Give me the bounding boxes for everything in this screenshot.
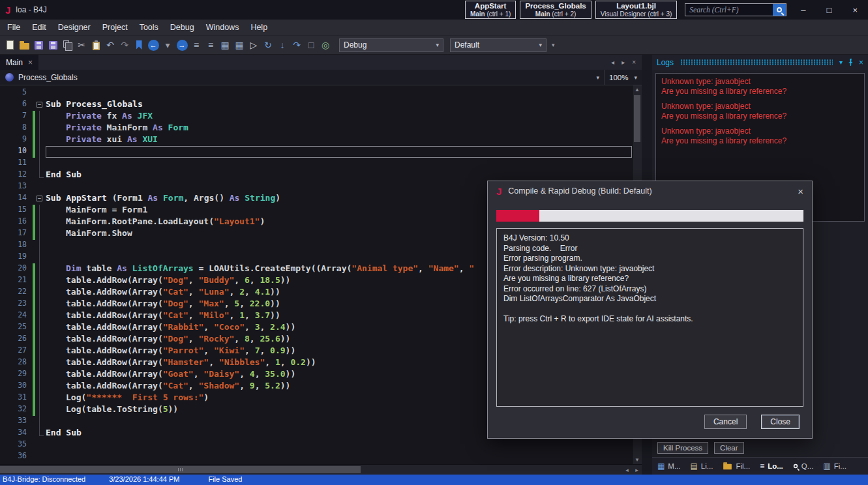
new-file-icon[interactable] <box>3 37 17 53</box>
save-all-icon[interactable] <box>46 37 60 53</box>
code-text: Sub Process_Globals <box>46 99 632 111</box>
fold-marker-icon[interactable]: − <box>35 99 46 111</box>
clear-logs-button[interactable]: Clear <box>714 442 743 454</box>
code-line-9[interactable]: 9Private xui As XUI <box>0 134 632 146</box>
bottom-tab-label: Fil... <box>736 462 750 470</box>
sub-navigator-combo[interactable]: Process_Globals ▾ <box>18 73 604 82</box>
nav-back-caret-icon[interactable]: ▾ <box>160 37 175 53</box>
tab-scroll-left-icon[interactable]: ◂ <box>611 59 614 66</box>
scroll-up-icon[interactable]: ▲ <box>635 85 640 94</box>
horizontal-scrollbar[interactable]: ◂ ▸ <box>0 464 642 475</box>
fold-box[interactable]: − <box>37 196 42 201</box>
menu-designer[interactable]: Designer <box>52 23 97 32</box>
close-button[interactable]: × <box>852 5 858 15</box>
maximize-button[interactable]: □ <box>827 5 832 15</box>
dialog-title-bar[interactable]: J Compile & Rapid Debug (Build: Default)… <box>488 181 812 201</box>
code-line-12[interactable]: 12End Sub <box>0 169 632 181</box>
menu-windows[interactable]: Windows <box>200 23 245 32</box>
tab-strip-controls: ◂ ▸ × <box>611 59 642 66</box>
bottom-tab-find-references[interactable]: ▥Fi... <box>823 462 846 471</box>
quick-module-button-2[interactable]: Process_GlobalsMain (ctrl + 2) <box>520 1 591 19</box>
log-error-3: Unknown type: javaobjectAre you missing … <box>661 126 859 145</box>
bottom-tab-modules[interactable]: ▦M... <box>657 462 681 471</box>
scroll-left-icon[interactable]: ◂ <box>622 467 632 473</box>
undo-icon[interactable]: ↶ <box>103 37 117 53</box>
close-panel-icon[interactable]: × <box>859 58 863 67</box>
tab-main[interactable]: Main × <box>0 55 38 70</box>
tab-strip-close-icon[interactable]: × <box>632 59 636 66</box>
menu-tools[interactable]: Tools <box>134 23 164 32</box>
cut-icon[interactable]: ✂ <box>74 37 89 53</box>
quick-module-button-3[interactable]: Layout1.bjlVisual Designer (ctrl + 3) <box>595 1 678 19</box>
outdent-icon-glyph: ≡ <box>194 40 199 50</box>
search-button[interactable] <box>773 4 786 16</box>
dialog-close-icon[interactable]: × <box>798 186 803 197</box>
redo-icon[interactable]: ↷ <box>117 37 132 53</box>
nav-back-icon[interactable]: ← <box>146 37 160 53</box>
menu-project[interactable]: Project <box>97 23 134 32</box>
fold-box[interactable]: − <box>37 102 42 108</box>
visual-designer-icon[interactable]: ▦ <box>232 37 247 53</box>
save-icon[interactable] <box>31 37 46 53</box>
indent-icon[interactable]: ≡ <box>203 37 218 53</box>
clean-project-icon[interactable]: ◎ <box>318 37 333 53</box>
log-error-line1: Unknown type: javaobject <box>661 77 859 87</box>
toolbar-overflow-button[interactable]: ▾ <box>552 42 555 48</box>
status-timestamp: 3/23/2026 1:44:44 PM <box>109 475 179 485</box>
bottom-tab-files[interactable]: Fil... <box>723 461 750 471</box>
dock-grip[interactable] <box>680 59 833 65</box>
quick-module-button-1[interactable]: AppStartMain (ctrl + 1) <box>465 1 516 19</box>
outdent-icon[interactable]: ≡ <box>189 37 203 53</box>
run-icon[interactable]: ▷ <box>247 37 261 53</box>
bottom-tab-libraries[interactable]: ▤Li... <box>691 462 713 471</box>
paste-icon[interactable] <box>89 37 103 53</box>
tab-scroll-right-icon[interactable]: ▸ <box>621 59 625 66</box>
logs-panel-header[interactable]: Logs ▾ × <box>652 55 868 70</box>
hscroll-track[interactable] <box>0 465 622 475</box>
vscroll-thumb[interactable] <box>634 95 640 142</box>
auto-hide-icon[interactable]: ▾ <box>839 59 843 66</box>
fold-column <box>35 310 46 322</box>
bottom-tab-quick-search[interactable]: Q... <box>793 462 814 470</box>
build-type-combo[interactable]: Debug ▾ <box>339 38 443 52</box>
kill-process-button[interactable]: Kill Process <box>657 442 708 454</box>
stop-icon[interactable]: □ <box>304 37 318 53</box>
line-number: 26 <box>0 334 33 345</box>
bottom-tab-logs[interactable]: ≡Lo... <box>760 462 783 471</box>
search-input[interactable] <box>685 6 773 14</box>
scroll-down-icon[interactable]: ▼ <box>635 456 640 464</box>
build-config-combo[interactable]: Default ▾ <box>450 38 546 52</box>
code-line-35[interactable]: 35 <box>0 439 632 451</box>
code-line-11[interactable]: 11 <box>0 158 632 169</box>
rapid-debug-icon[interactable]: ↻ <box>261 37 275 53</box>
minimize-button[interactable]: – <box>801 5 805 15</box>
open-project-icon[interactable] <box>17 37 31 53</box>
code-line-6[interactable]: 6−Sub Process_Globals <box>0 99 632 111</box>
designer-script-icon[interactable]: ▦ <box>218 37 232 53</box>
tab-close-icon[interactable]: × <box>28 58 33 67</box>
scroll-right-icon[interactable]: ▸ <box>632 467 642 473</box>
code-line-5[interactable]: 5 <box>0 87 632 99</box>
dialog-close-button[interactable]: Close <box>761 415 800 429</box>
menu-debug[interactable]: Debug <box>164 23 200 32</box>
code-line-8[interactable]: 8Private MainForm As Form <box>0 123 632 134</box>
zoom-combo[interactable]: 100% ▾ <box>604 70 642 85</box>
compile-log-output[interactable]: B4J Version: 10.50Parsing code. ErrorErr… <box>496 228 803 407</box>
hscroll-thumb[interactable] <box>0 466 361 473</box>
code-line-10[interactable]: 10 <box>0 146 632 158</box>
fold-marker-icon[interactable]: − <box>35 193 46 205</box>
menu-edit[interactable]: Edit <box>26 23 52 32</box>
step-into-icon[interactable]: ↓ <box>275 37 290 53</box>
menu-help[interactable]: Help <box>245 23 273 32</box>
nav-forward-icon[interactable]: → <box>175 37 189 53</box>
cancel-button[interactable]: Cancel <box>704 415 747 429</box>
menu-file[interactable]: File <box>1 23 26 32</box>
step-over-icon[interactable]: ↷ <box>290 37 304 53</box>
pin-icon[interactable] <box>847 59 854 66</box>
code-line-7[interactable]: 7Private fx As JFX <box>0 111 632 123</box>
code-line-36[interactable]: 36 <box>0 451 632 463</box>
status-bar: B4J-Bridge: Disconnected 3/23/2026 1:44:… <box>0 475 868 485</box>
copy-icon[interactable] <box>60 37 74 53</box>
bookmark-icon[interactable] <box>132 37 146 53</box>
fold-column <box>35 252 46 263</box>
